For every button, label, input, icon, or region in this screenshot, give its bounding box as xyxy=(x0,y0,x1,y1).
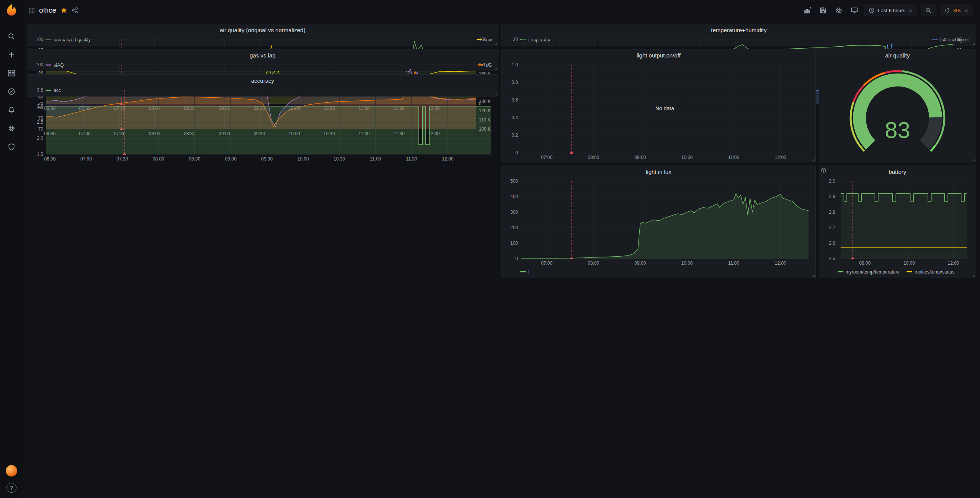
user-avatar[interactable] xyxy=(6,465,17,477)
air-quality-gauge[interactable]: 83 xyxy=(821,61,974,161)
svg-text:10:30: 10:30 xyxy=(333,156,345,162)
svg-text:10:00: 10:00 xyxy=(903,260,915,266)
panel-resize-handle[interactable] xyxy=(812,274,815,277)
main-area: office xyxy=(23,0,980,498)
panel-info-icon[interactable] xyxy=(821,168,826,173)
svg-text:10:00: 10:00 xyxy=(681,260,693,266)
panel-resize-handle[interactable] xyxy=(812,159,815,161)
breadcrumb: office xyxy=(28,6,78,15)
dashboard-grid-icon xyxy=(28,7,35,14)
panel-title[interactable]: air quality (original vs normalized) xyxy=(27,24,498,36)
svg-text:12:00: 12:00 xyxy=(442,156,454,162)
svg-text:08:30: 08:30 xyxy=(189,156,200,162)
svg-text:08:00: 08:00 xyxy=(588,155,599,160)
legend-item-l[interactable]: l xyxy=(520,269,529,275)
create-plus-icon[interactable] xyxy=(3,47,20,62)
chevron-down-icon xyxy=(964,8,969,13)
svg-text:10:00: 10:00 xyxy=(297,156,309,162)
add-panel-icon[interactable] xyxy=(801,5,813,16)
svg-text:11:30: 11:30 xyxy=(406,156,417,162)
svg-text:400: 400 xyxy=(510,194,518,199)
panel-body: 010020030040050007:0008:0009:0010:0011:0… xyxy=(502,177,815,268)
sidebar-menu xyxy=(3,29,20,154)
toolbar: Last 6 hours 30s xyxy=(801,5,973,16)
panel-resize-handle[interactable] xyxy=(495,42,497,45)
time-range-picker[interactable]: Last 6 hours xyxy=(864,5,917,16)
battery-chart[interactable]: 2.52.62.72.82.93.008:0010:0012:00 xyxy=(821,177,974,267)
panel-title[interactable]: air quality xyxy=(819,49,976,61)
svg-text:200: 200 xyxy=(510,225,518,230)
svg-text:12:00: 12:00 xyxy=(775,260,786,266)
refresh-icon xyxy=(944,8,950,13)
panel-resize-handle[interactable] xyxy=(495,67,497,70)
svg-text:2.5: 2.5 xyxy=(37,120,43,125)
panel-light-output: light output on/off 00.20.40.60.81.007:0… xyxy=(501,49,816,162)
zoom-out-icon[interactable] xyxy=(921,5,936,16)
cycle-view-tv-icon[interactable] xyxy=(848,5,861,16)
svg-text:11:00: 11:00 xyxy=(728,260,739,266)
panel-title[interactable]: accuracy xyxy=(27,75,498,86)
refresh-control[interactable]: 30s xyxy=(940,5,973,16)
svg-text:0: 0 xyxy=(515,256,518,261)
configuration-gear-icon[interactable] xyxy=(3,121,20,136)
panel-air-quality-gauge: air quality 83 xyxy=(819,49,976,162)
svg-text:09:30: 09:30 xyxy=(261,156,273,162)
svg-text:08:00: 08:00 xyxy=(153,156,164,162)
legend-swatch xyxy=(906,271,912,272)
dashboard-settings-gear-icon[interactable] xyxy=(833,5,845,16)
legend-item-myroom-temp-temperature[interactable]: myroom/temp/temperature xyxy=(838,269,900,275)
svg-text:83: 83 xyxy=(885,117,910,143)
svg-text:3.0: 3.0 xyxy=(37,103,43,109)
panel-resize-handle[interactable] xyxy=(972,42,975,45)
panel-air-quality-timeseries: air quality (original vs normalized) 707… xyxy=(27,24,498,46)
svg-text:11:00: 11:00 xyxy=(728,155,739,160)
save-dashboard-icon[interactable] xyxy=(817,5,829,16)
svg-text:09:00: 09:00 xyxy=(634,260,646,266)
panel-resize-handle[interactable] xyxy=(495,93,497,95)
panel-resize-handle[interactable] xyxy=(972,274,975,277)
svg-text:10:00: 10:00 xyxy=(681,155,693,160)
svg-text:500: 500 xyxy=(510,179,518,184)
svg-text:1.0: 1.0 xyxy=(511,62,518,67)
dashboard-grid: air quality (original vs normalized) 707… xyxy=(23,21,980,498)
explore-compass-icon[interactable] xyxy=(3,84,20,99)
panel-legend: myroom/temp/temperaturerookies/temp/stat… xyxy=(819,268,976,278)
svg-text:100: 100 xyxy=(36,37,43,42)
panel-title[interactable]: temperature+humidity xyxy=(502,24,976,36)
panel-title[interactable]: gas vs iaq xyxy=(27,49,498,61)
share-icon[interactable] xyxy=(72,7,78,14)
favorite-star-icon[interactable] xyxy=(60,7,67,14)
svg-text:100: 100 xyxy=(510,241,518,246)
svg-text:12:00: 12:00 xyxy=(775,155,786,160)
svg-text:0.4: 0.4 xyxy=(511,115,518,120)
dashboards-grid-icon[interactable] xyxy=(3,66,20,81)
admin-shield-icon[interactable] xyxy=(3,139,20,154)
svg-text:2.0: 2.0 xyxy=(37,136,43,141)
svg-text:06:30: 06:30 xyxy=(44,156,56,162)
svg-text:150: 150 xyxy=(479,37,487,42)
grafana-logo-icon[interactable] xyxy=(4,3,19,18)
svg-text:0.6: 0.6 xyxy=(511,97,518,103)
svg-text:11:00: 11:00 xyxy=(370,156,381,162)
alerting-bell-icon[interactable] xyxy=(3,102,20,118)
svg-text:0: 0 xyxy=(515,150,518,156)
legend-left-group: myroom/temp/temperaturerookies/temp/stat… xyxy=(838,269,954,275)
legend-item-rookies-temp-status[interactable]: rookies/temp/status xyxy=(906,269,954,275)
light-lux-chart[interactable]: 010020030040050007:0008:0009:0010:0011:0… xyxy=(503,177,814,267)
svg-text:09:00: 09:00 xyxy=(225,156,237,162)
grafana-app: ? office xyxy=(0,0,980,498)
dashboard-title[interactable]: office xyxy=(39,6,56,15)
panel-legend: l xyxy=(502,268,815,278)
panel-light-in-lux: light in lux 010020030040050007:0008:000… xyxy=(501,165,816,278)
svg-text:07:30: 07:30 xyxy=(116,156,128,162)
panel-title[interactable]: battery xyxy=(819,166,976,177)
sidebar: ? xyxy=(0,0,23,498)
svg-text:100: 100 xyxy=(36,62,43,67)
time-range-label: Last 6 hours xyxy=(878,8,905,13)
panel-resize-handle[interactable] xyxy=(972,159,975,161)
help-icon[interactable]: ? xyxy=(7,483,16,493)
panel-title[interactable]: light output on/off xyxy=(502,49,815,61)
panel-title[interactable]: light in lux xyxy=(502,166,815,177)
light-output-chart[interactable]: 00.20.40.60.81.007:0008:0009:0010:0011:0… xyxy=(503,61,814,161)
search-icon[interactable] xyxy=(3,29,20,44)
